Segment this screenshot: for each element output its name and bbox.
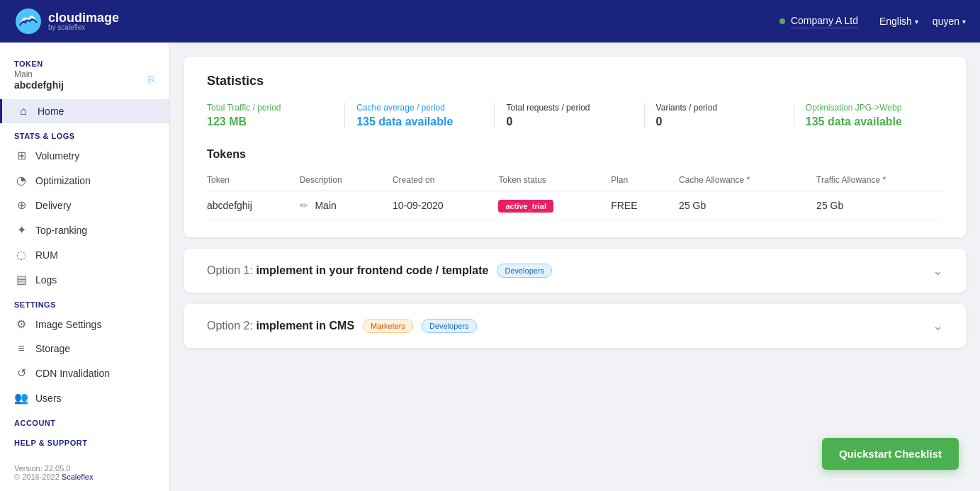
stat-label-3: Variants / period bbox=[656, 103, 782, 113]
col-cache-allowance: Cache Allowance * bbox=[670, 169, 808, 191]
sidebar: TOKEN Main abcdefghij ⎘ ⌂ Home STATS & L… bbox=[0, 43, 170, 491]
option-1-title: Option 1: implement in your frontend cod… bbox=[207, 264, 488, 277]
main-content: Statistics Total Traffic / period 123 MB… bbox=[170, 43, 980, 491]
stat-label-4: Optimisation JPG->Webp bbox=[806, 103, 932, 113]
storage-icon: ≡ bbox=[14, 342, 28, 355]
version-text: Version: 22.05.0 bbox=[14, 464, 155, 473]
sidebar-label-image-settings: Image Settings bbox=[35, 319, 101, 330]
logo-icon bbox=[14, 7, 43, 35]
cell-traffic-allowance: 25 Gb bbox=[808, 191, 943, 220]
col-description: Description bbox=[291, 169, 384, 191]
option-2-title-strong: implement in CMS bbox=[256, 320, 354, 332]
col-token: Token bbox=[207, 169, 291, 191]
status-dot bbox=[779, 18, 785, 24]
company-selector[interactable]: Company A Ltd bbox=[779, 15, 858, 28]
token-sub-label: Main bbox=[14, 69, 64, 79]
stat-variants: Variants / period 0 bbox=[645, 103, 794, 128]
option-1-chevron-icon: ⌄ bbox=[933, 263, 943, 278]
table-header-row: Token Description Created on Token statu… bbox=[207, 169, 943, 191]
statistics-title: Statistics bbox=[207, 74, 943, 89]
table-row: abcdefghij ✏ Main 10-09-2020 active_tria… bbox=[207, 191, 943, 220]
cell-description: ✏ Main bbox=[291, 191, 384, 220]
sidebar-footer: Version: 22.05.0 © 2016-2022 Scaleflex bbox=[0, 450, 169, 491]
stat-value-4: 135 data available bbox=[806, 115, 932, 128]
image-settings-icon: ⚙ bbox=[14, 317, 28, 331]
sidebar-label-users: Users bbox=[35, 393, 62, 404]
sidebar-label-storage: Storage bbox=[35, 343, 70, 354]
statistics-card: Statistics Total Traffic / period 123 MB… bbox=[184, 57, 966, 237]
token-section-label: TOKEN bbox=[14, 60, 155, 68]
quickstart-checklist-button[interactable]: Quickstart Checklist bbox=[822, 438, 959, 470]
sidebar-label-delivery: Delivery bbox=[35, 200, 72, 211]
copyright-text: © 2016-2022 Scaleflex bbox=[14, 473, 155, 481]
cell-plan: FREE bbox=[602, 191, 670, 220]
scaleflex-link[interactable]: Scaleflex bbox=[62, 473, 94, 481]
cell-status: active_trial bbox=[490, 191, 602, 220]
rum-icon: ◌ bbox=[14, 248, 28, 261]
sidebar-item-volumetry[interactable]: ⊞ Volumetry bbox=[0, 143, 169, 168]
stat-label-1: Cache average / period bbox=[356, 103, 483, 113]
option-2-chevron-icon: ⌄ bbox=[933, 318, 943, 334]
option-1-card[interactable]: Option 1: implement in your frontend cod… bbox=[184, 249, 966, 293]
stat-optimisation: Optimisation JPG->Webp 135 data availabl… bbox=[794, 103, 943, 128]
option-2-left: Option 2: implement in CMS Marketers Dev… bbox=[207, 319, 477, 333]
sidebar-label-rum: RUM bbox=[35, 249, 58, 261]
sidebar-item-home[interactable]: ⌂ Home bbox=[0, 99, 169, 123]
user-menu[interactable]: quyen ▾ bbox=[933, 16, 966, 27]
option-1-prefix: Option 1: bbox=[207, 264, 253, 276]
cell-created-on: 10-09-2020 bbox=[384, 191, 490, 220]
sidebar-item-users[interactable]: 👥 Users bbox=[0, 385, 169, 410]
copy-icon[interactable]: ⎘ bbox=[148, 74, 155, 86]
sidebar-label-top-ranking: Top-ranking bbox=[35, 225, 87, 236]
option-1-title-strong: implement in your frontend code / templa… bbox=[256, 264, 488, 276]
logs-icon: ▤ bbox=[14, 273, 28, 286]
cell-description-text: Main bbox=[315, 200, 336, 211]
stat-value-2: 0 bbox=[506, 115, 632, 128]
token-area: TOKEN Main abcdefghij ⎘ bbox=[0, 54, 169, 99]
option-2-badge-marketers: Marketers bbox=[363, 319, 413, 333]
user-chevron-icon: ▾ bbox=[962, 18, 966, 26]
sidebar-label-cdn: CDN Invalidation bbox=[35, 368, 110, 379]
company-name: Company A Ltd bbox=[791, 15, 858, 28]
optimization-icon: ◔ bbox=[14, 174, 28, 187]
option-2-badge-developers: Developers bbox=[422, 319, 477, 333]
col-created-on: Created on bbox=[384, 169, 490, 191]
users-icon: 👥 bbox=[14, 391, 28, 405]
sidebar-item-image-settings[interactable]: ⚙ Image Settings bbox=[0, 312, 169, 337]
cell-token: abcdefghij bbox=[207, 191, 291, 220]
language-selector[interactable]: English ▾ bbox=[879, 16, 918, 27]
stat-value-0: 123 MB bbox=[207, 115, 333, 128]
home-icon: ⌂ bbox=[16, 105, 30, 118]
sidebar-item-cdn-invalidation[interactable]: ↺ CDN Invalidation bbox=[0, 361, 169, 385]
top-ranking-icon: ✦ bbox=[14, 223, 28, 237]
cdn-icon: ↺ bbox=[14, 366, 28, 380]
status-badge: active_trial bbox=[498, 200, 553, 213]
language-label: English bbox=[879, 16, 912, 27]
option-1-left: Option 1: implement in your frontend cod… bbox=[207, 264, 552, 278]
logo: cloudimage by scaleflex bbox=[14, 7, 119, 35]
col-status: Token status bbox=[490, 169, 602, 191]
stats-section-label: STATS & LOGS bbox=[0, 123, 169, 143]
tokens-table: Token Description Created on Token statu… bbox=[207, 169, 943, 220]
sidebar-item-optimization[interactable]: ◔ Optimization bbox=[0, 168, 169, 193]
option-2-card[interactable]: Option 2: implement in CMS Marketers Dev… bbox=[184, 304, 966, 348]
sidebar-item-logs[interactable]: ▤ Logs bbox=[0, 267, 169, 292]
sidebar-label-logs: Logs bbox=[35, 274, 57, 286]
sidebar-label-optimization: Optimization bbox=[35, 175, 91, 186]
stat-label-2: Total requests / period bbox=[506, 103, 632, 113]
edit-icon[interactable]: ✏ bbox=[300, 200, 308, 211]
header: cloudimage by scaleflex Company A Ltd En… bbox=[0, 0, 980, 43]
stat-label-0: Total Traffic / period bbox=[207, 103, 333, 113]
stats-grid: Total Traffic / period 123 MB Cache aver… bbox=[207, 103, 943, 128]
logo-text-main: cloudimage bbox=[48, 11, 119, 24]
stat-total-traffic: Total Traffic / period 123 MB bbox=[207, 103, 345, 128]
delivery-icon: ⊕ bbox=[14, 198, 28, 212]
logo-text-sub: by scaleflex bbox=[48, 24, 119, 31]
sidebar-item-rum[interactable]: ◌ RUM bbox=[0, 242, 169, 267]
sidebar-item-delivery[interactable]: ⊕ Delivery bbox=[0, 193, 169, 218]
sidebar-item-storage[interactable]: ≡ Storage bbox=[0, 337, 169, 361]
option-2-title: Option 2: implement in CMS bbox=[207, 320, 354, 332]
sidebar-item-top-ranking[interactable]: ✦ Top-ranking bbox=[0, 218, 169, 242]
option-1-badge-developers: Developers bbox=[497, 264, 552, 278]
stat-total-requests: Total requests / period 0 bbox=[495, 103, 644, 128]
